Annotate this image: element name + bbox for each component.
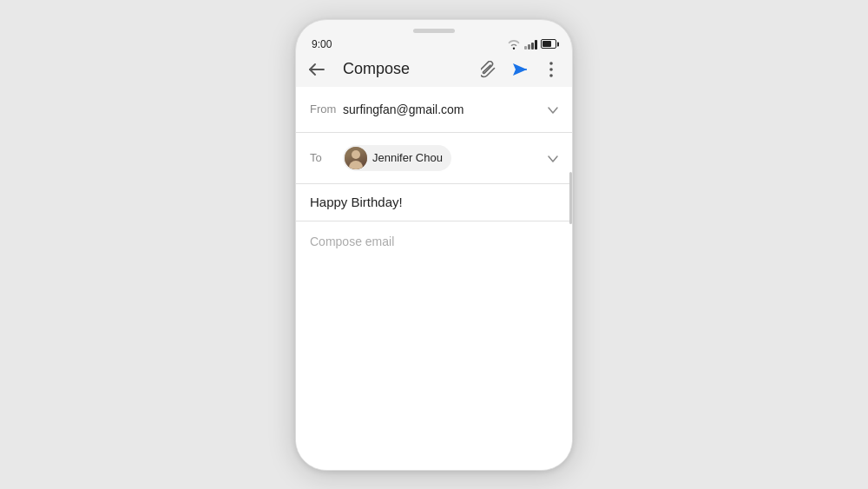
- avatar-image: [345, 147, 367, 169]
- from-value: surfingfan@gmail.com: [343, 102, 544, 116]
- scrollbar-thumb: [569, 172, 572, 224]
- time-display: 9:00: [312, 38, 332, 50]
- recipient-chip[interactable]: Jennifer Chou: [343, 145, 451, 171]
- phone-frame: 9:00: [295, 19, 573, 471]
- signal-icon: [524, 39, 537, 50]
- battery-icon: [541, 39, 556, 49]
- body-field-row[interactable]: Compose email: [296, 221, 572, 470]
- send-button[interactable]: [508, 57, 532, 82]
- status-bar: 9:00: [296, 33, 572, 52]
- attach-icon: [481, 61, 496, 78]
- to-chevron-icon: [548, 150, 558, 166]
- more-icon: [549, 62, 553, 77]
- to-label: To: [310, 151, 343, 164]
- subject-field-row[interactable]: Happy Birthday!: [296, 183, 572, 221]
- app-bar: Compose: [296, 52, 572, 87]
- svg-point-5: [549, 74, 553, 77]
- from-chevron-icon: [548, 102, 558, 117]
- recipient-name: Jennifer Chou: [372, 151, 443, 164]
- back-button[interactable]: [305, 57, 329, 82]
- attach-button[interactable]: [477, 57, 501, 82]
- to-field-row[interactable]: To Jennifer Chou: [296, 133, 572, 183]
- more-button[interactable]: [539, 57, 563, 82]
- status-icons: [507, 39, 556, 50]
- compose-content: From surfingfan@gmail.com To Jennifer Ch…: [296, 87, 572, 470]
- recipient-avatar: [345, 147, 367, 169]
- app-bar-title: Compose: [343, 60, 470, 78]
- from-field-row[interactable]: From surfingfan@gmail.com: [296, 87, 572, 132]
- subject-value: Happy Birthday!: [310, 195, 403, 209]
- send-icon: [511, 62, 529, 77]
- from-label: From: [310, 102, 343, 116]
- svg-point-3: [549, 62, 553, 65]
- svg-point-4: [549, 68, 553, 71]
- body-placeholder: Compose email: [310, 235, 394, 248]
- wifi-icon: [507, 39, 521, 50]
- app-bar-actions: [477, 57, 563, 82]
- scrollbar[interactable]: [569, 155, 572, 453]
